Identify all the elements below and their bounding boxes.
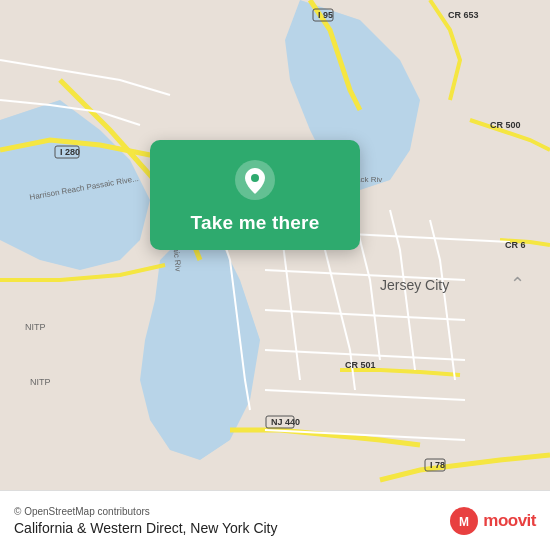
svg-text:⌃: ⌃ [510,274,525,294]
moovit-brand-icon: M [449,506,479,536]
location-title: California & Western Direct, New York Ci… [14,520,278,536]
svg-text:NITP: NITP [30,377,51,387]
moovit-logo: M moovit [449,506,536,536]
bottom-bar: © OpenStreetMap contributors California … [0,490,550,550]
moovit-label: moovit [483,511,536,531]
svg-text:I 280: I 280 [60,147,80,157]
svg-text:CR 6: CR 6 [505,240,526,250]
bottom-left-info: © OpenStreetMap contributors California … [14,506,278,536]
take-me-there-button[interactable]: Take me there [191,212,320,234]
svg-text:M: M [459,515,469,529]
svg-text:NJ 440: NJ 440 [271,417,300,427]
location-pin-icon [233,158,277,202]
svg-text:Jersey City: Jersey City [380,277,449,293]
svg-point-24 [251,174,259,182]
location-card[interactable]: Take me there [150,140,360,250]
svg-text:NITP: NITP [25,322,46,332]
map-background: I 95 I 280 CR 653 CR 500 CR 6 CR 501 NJ … [0,0,550,490]
svg-text:CR 501: CR 501 [345,360,376,370]
svg-text:I 95: I 95 [318,10,333,20]
svg-text:I 78: I 78 [430,460,445,470]
attribution-text: © OpenStreetMap contributors [14,506,278,517]
svg-text:CR 500: CR 500 [490,120,521,130]
svg-text:CR 653: CR 653 [448,10,479,20]
